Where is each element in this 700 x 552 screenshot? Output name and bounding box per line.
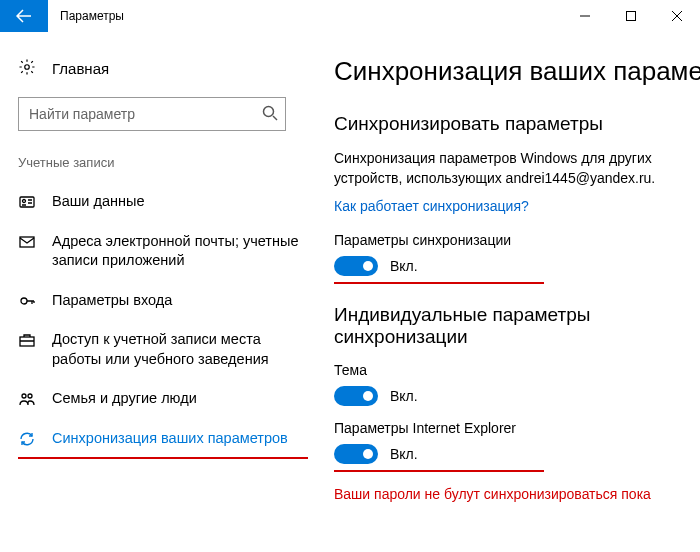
sidebar-item-your-info[interactable]: Ваши данные [18, 182, 308, 222]
sidebar-item-label: Ваши данные [52, 192, 145, 212]
sidebar-item-label: Синхронизация ваших параметров [52, 429, 288, 449]
sync-icon [18, 429, 36, 447]
master-sync-label: Параметры синхронизации [334, 232, 700, 248]
search-icon [262, 105, 278, 124]
toggle-state-label: Вкл. [390, 258, 418, 274]
sync-description: Синхронизация параметров Windows для дру… [334, 149, 700, 188]
home-nav[interactable]: Главная [18, 52, 320, 97]
theme-toggle[interactable] [334, 386, 378, 406]
svg-point-8 [22, 394, 26, 398]
how-sync-works-link[interactable]: Как работает синхронизация? [334, 198, 529, 214]
svg-point-2 [264, 107, 274, 117]
toggle-state-label: Вкл. [390, 446, 418, 462]
sidebar-item-label: Адреса электронной почты; учетные записи… [52, 232, 308, 271]
back-button[interactable] [0, 0, 48, 32]
svg-rect-0 [627, 12, 636, 21]
sidebar-item-work-access[interactable]: Доступ к учетной записи места работы или… [18, 320, 308, 379]
minimize-button[interactable] [562, 0, 608, 32]
toggle-state-label: Вкл. [390, 388, 418, 404]
sidebar-item-signin-options[interactable]: Параметры входа [18, 281, 308, 321]
sidebar-item-label: Семья и другие люди [52, 389, 197, 409]
password-warning: Ваши пароли не булут синхронизироваться … [334, 486, 700, 502]
annotation-underline [18, 457, 308, 459]
sidebar-item-sync[interactable]: Синхронизация ваших параметров [18, 419, 308, 459]
svg-point-9 [28, 394, 32, 398]
page-title: Синхронизация ваших параме [334, 56, 700, 87]
ie-toggle[interactable] [334, 444, 378, 464]
id-card-icon [18, 192, 36, 210]
master-sync-toggle[interactable] [334, 256, 378, 276]
key-icon [18, 291, 36, 309]
svg-point-1 [25, 65, 30, 70]
maximize-button[interactable] [608, 0, 654, 32]
window-title: Параметры [48, 0, 136, 32]
section-sync-settings: Синхронизировать параметры [334, 113, 700, 135]
ie-label: Параметры Internet Explorer [334, 420, 700, 436]
briefcase-icon [18, 330, 36, 348]
sidebar-item-label: Параметры входа [52, 291, 172, 311]
theme-label: Тема [334, 362, 700, 378]
gear-icon [18, 58, 36, 79]
section-header: Учетные записи [18, 155, 320, 182]
svg-rect-5 [20, 237, 34, 247]
section-individual-sync: Индивидуальные параметры синхронизации [334, 304, 700, 348]
sidebar-item-email-accounts[interactable]: Адреса электронной почты; учетные записи… [18, 222, 308, 281]
search-input[interactable] [18, 97, 286, 131]
sidebar-item-label: Доступ к учетной записи места работы или… [52, 330, 308, 369]
people-icon [18, 389, 36, 407]
close-button[interactable] [654, 0, 700, 32]
home-label: Главная [52, 60, 109, 77]
annotation-underline [334, 282, 544, 284]
svg-point-6 [21, 298, 27, 304]
svg-point-4 [23, 200, 26, 203]
mail-icon [18, 232, 36, 250]
sidebar-item-family[interactable]: Семья и другие люди [18, 379, 308, 419]
annotation-underline [334, 470, 544, 472]
